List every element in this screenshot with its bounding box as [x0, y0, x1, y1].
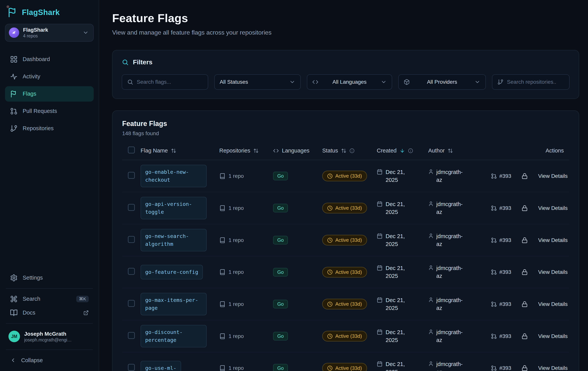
chevron-left-icon [10, 357, 16, 363]
pull-request-link[interactable]: #393 [491, 237, 511, 243]
language-badge: Go [273, 300, 288, 308]
repositories-cell: 1 repo [219, 269, 273, 275]
view-details-link[interactable]: View Details [538, 205, 568, 211]
chevron-down-icon [289, 79, 295, 85]
lock-icon[interactable] [522, 301, 528, 307]
sidebar-item-dashboard[interactable]: Dashboard [5, 52, 94, 67]
pull-request-link[interactable]: #393 [491, 365, 511, 371]
sidebar-item-docs[interactable]: Docs [5, 306, 94, 320]
search-repositories-input[interactable]: Search repositories.. [492, 74, 570, 90]
view-details-link[interactable]: View Details [538, 365, 568, 371]
pull-request-link[interactable]: #393 [491, 205, 511, 211]
sidebar-item-label: Repositories [23, 125, 53, 132]
avatar: JM [9, 331, 20, 342]
row-checkbox[interactable] [128, 204, 135, 211]
actions-cell: #393 View Details [490, 237, 569, 243]
collapse-label: Collapse [21, 357, 43, 363]
pull-request-link[interactable]: #393 [491, 333, 511, 339]
sidebar-item-flags[interactable]: Flags [5, 86, 94, 102]
row-checkbox[interactable] [128, 268, 135, 275]
status-filter-select[interactable]: All Statuses [214, 74, 301, 90]
table-row: go-new-search-algorithm 1 repo Go Active… [122, 224, 569, 256]
sidebar-item-search[interactable]: Search ⌘K [5, 292, 94, 306]
language-badge: Go [273, 236, 288, 244]
column-header-author[interactable]: Author [428, 148, 490, 154]
view-details-link[interactable]: View Details [538, 269, 568, 275]
provider-filter-select[interactable]: All Providers [398, 74, 486, 90]
user-name: Joseph McGrath [24, 330, 72, 337]
view-details-link[interactable]: View Details [538, 173, 568, 179]
column-header-flag-name[interactable]: Flag Name [141, 148, 219, 154]
column-header-languages[interactable]: Languages [273, 148, 322, 154]
divider [6, 323, 93, 324]
pull-request-link[interactable]: #393 [491, 269, 511, 275]
column-header-status[interactable]: Status [322, 148, 377, 154]
git-pull-request-icon [491, 333, 497, 339]
sidebar-item-pull-requests[interactable]: Pull Requests [5, 104, 94, 119]
clock-icon [327, 205, 333, 211]
collapse-sidebar-button[interactable]: Collapse [5, 353, 94, 367]
settings-label: Settings [23, 275, 43, 281]
user-icon [428, 169, 434, 174]
row-checkbox[interactable] [128, 332, 135, 339]
user-email: joseph.mcgrath@engi… [24, 337, 72, 343]
brand: FlagShark [5, 5, 94, 18]
git-pull-request-icon [491, 365, 497, 371]
flag-name[interactable]: go-api-version-toggle [141, 197, 207, 219]
sort-icon [253, 148, 259, 153]
view-details-link[interactable]: View Details [538, 237, 568, 243]
lock-icon[interactable] [522, 237, 528, 243]
lock-icon[interactable] [522, 205, 528, 211]
repo-icon [219, 205, 225, 211]
status-badge: Active (33d) [322, 235, 367, 245]
sort-icon [171, 148, 176, 153]
repo-icon [219, 269, 225, 275]
view-details-link[interactable]: View Details [538, 333, 568, 339]
calendar-icon [377, 361, 383, 367]
dashboard-icon [10, 55, 18, 63]
select-all-checkbox[interactable] [128, 147, 135, 153]
column-header-created[interactable]: Created [377, 148, 428, 154]
docs-label: Docs [23, 309, 35, 316]
language-filter-value: All Languages [322, 79, 377, 85]
sidebar-item-activity[interactable]: Activity [5, 69, 94, 84]
user-icon [428, 361, 434, 366]
clock-icon [327, 365, 333, 371]
row-checkbox[interactable] [128, 364, 135, 371]
flag-name[interactable]: go-max-items-per-page [141, 293, 207, 315]
lock-icon[interactable] [522, 333, 528, 339]
repositories-cell: 1 repo [219, 237, 273, 243]
column-header-repositories[interactable]: Repositories [219, 148, 273, 154]
flag-name[interactable]: go-new-search-algorithm [141, 229, 207, 251]
lock-icon[interactable] [522, 269, 528, 275]
search-shortcut-badge: ⌘K [76, 296, 89, 302]
flag-name[interactable]: go-enable-new-checkout [141, 165, 207, 187]
row-checkbox[interactable] [128, 300, 135, 307]
author-cell: jdmcgrath-az [428, 328, 490, 344]
pull-request-link[interactable]: #393 [491, 301, 511, 307]
workspace-selector[interactable]: FlagShark 4 repos [5, 24, 94, 42]
view-details-link[interactable]: View Details [538, 301, 568, 307]
flag-name[interactable]: go-use-ml- [141, 361, 181, 371]
user-menu[interactable]: JM Joseph McGrath joseph.mcgrath@engi… [5, 327, 94, 346]
search-flags-input[interactable]: Search flags... [122, 74, 208, 90]
git-pull-request-icon [491, 205, 497, 211]
main-content: Feature Flags View and manage all featur… [99, 0, 588, 371]
sidebar-item-repositories[interactable]: Repositories [5, 121, 94, 136]
language-filter-select[interactable]: All Languages [307, 74, 392, 90]
flag-name[interactable]: go-feature-config [141, 265, 203, 280]
row-checkbox[interactable] [128, 172, 135, 179]
pull-request-link[interactable]: #393 [491, 173, 511, 179]
flag-name[interactable]: go-discount-percentage [141, 325, 207, 347]
lock-icon[interactable] [522, 173, 528, 179]
git-pull-request-icon [491, 301, 497, 307]
user-icon [428, 233, 434, 239]
calendar-icon [377, 201, 383, 207]
chevron-down-icon [381, 79, 387, 85]
row-checkbox[interactable] [128, 236, 135, 243]
sidebar-item-settings[interactable]: Settings [5, 271, 94, 285]
search-icon [122, 59, 129, 66]
lock-icon[interactable] [522, 365, 528, 371]
code-icon [273, 148, 279, 154]
flag-icon [10, 90, 18, 98]
